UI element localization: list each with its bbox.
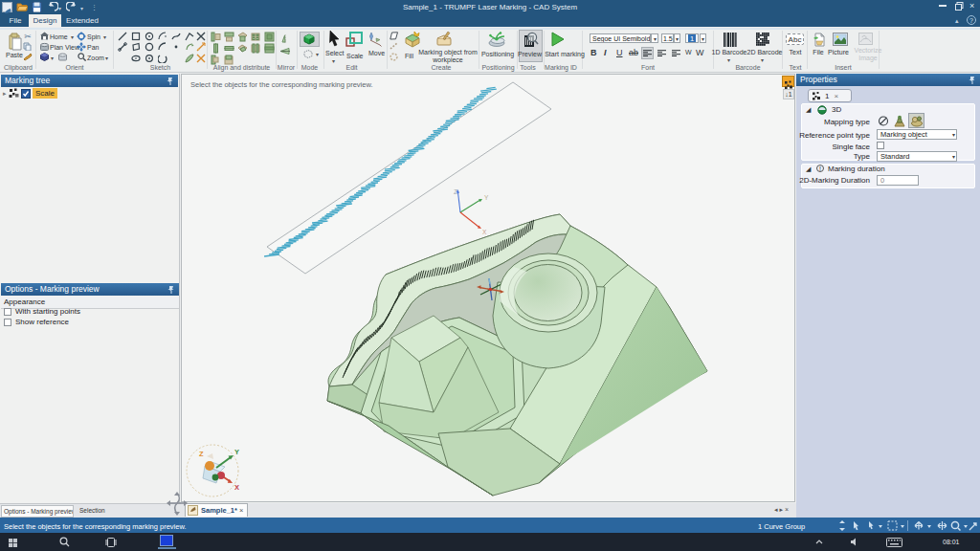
svg-text:X: X bbox=[482, 229, 487, 235]
svg-text:X: X bbox=[234, 483, 239, 492]
svg-text:Z: Z bbox=[199, 450, 204, 458]
svg-text:Z: Z bbox=[454, 188, 457, 195]
svg-text:Select the objects for the cor: Select the objects for the corresponding… bbox=[190, 80, 373, 89]
svg-text:Y: Y bbox=[234, 448, 239, 456]
svg-text:✂: ✂ bbox=[24, 32, 32, 40]
svg-text:Y: Y bbox=[484, 194, 489, 201]
